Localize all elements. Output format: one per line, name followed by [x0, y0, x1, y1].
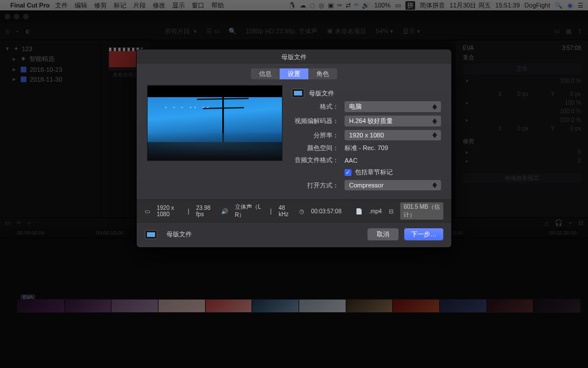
icon-b[interactable]: ✑ [337, 2, 342, 9]
menu-edit[interactable]: 编辑 [75, 1, 87, 10]
zoom-value: 54% [376, 28, 388, 34]
chat-icon[interactable]: ◌ [310, 2, 315, 9]
menubar: Final Cut Pro 文件 编辑 修剪 标记 片段 修改 显示 窗口 帮助… [0, 0, 588, 10]
menubar-time[interactable]: 15:51:39 [496, 2, 520, 9]
chevron-down-icon[interactable]: ▾ [463, 78, 471, 84]
library-root-label: 123 [22, 45, 32, 52]
battery-text[interactable]: 100% [374, 2, 390, 9]
sidebar-item-smart[interactable]: ▸ ✷ 智能精选 [5, 53, 96, 64]
list-view-button[interactable]: ☰ ▭ [206, 28, 219, 35]
format-dropdown[interactable]: 电脑 [345, 101, 441, 112]
save-preset-button[interactable]: 存储效果预置 [463, 173, 581, 183]
ime-label[interactable]: 简体拼音 [420, 1, 445, 10]
spotlight-icon[interactable]: 🔍 [555, 2, 563, 9]
scale-x[interactable]: 100 % [475, 99, 581, 106]
keyword-button[interactable]: ⌁ [16, 28, 20, 35]
window-close[interactable] [5, 14, 10, 20]
resolution-dropdown[interactable]: 1920 x 1080 [345, 130, 441, 140]
tool-range-icon[interactable]: ⟡ [27, 219, 31, 227]
icon-c[interactable]: ⇄ [346, 2, 351, 9]
tool-trim-icon[interactable]: ✂ [16, 219, 21, 227]
tab-roles[interactable]: 角色 [308, 68, 337, 79]
share-button[interactable]: ⇪ [577, 28, 582, 35]
openwith-dropdown[interactable]: Compressor [345, 180, 441, 190]
volume-icon[interactable]: 🔊 [362, 2, 370, 9]
resolution-value: 1920 x 1080 [349, 132, 384, 139]
anchor-y[interactable]: 0 px [558, 125, 581, 132]
tool-audio-icon[interactable]: 🎧 [555, 219, 563, 227]
bg-tasks-button[interactable]: ◐ [25, 28, 31, 35]
next-button[interactable]: 下一步… [404, 228, 443, 240]
anchor-x[interactable]: 0 px [505, 125, 528, 132]
timeline[interactable]: 00:00:00:00 00:00:15:00 00:02:00:00 00:0… [0, 228, 588, 368]
library-root[interactable]: ▾ ✦ 123 [5, 44, 96, 53]
menu-mark[interactable]: 标记 [114, 1, 126, 10]
blend-mode[interactable]: 正常 [463, 64, 581, 74]
inspector: EVA 3:57:08 复合 正常 ▾100.0 % X0 px Y0 px ▸… [456, 40, 588, 217]
openwith-value: Compressor [349, 182, 384, 189]
app-name[interactable]: Final Cut Pro [10, 2, 49, 9]
icon-a[interactable]: ▣ [328, 2, 334, 9]
tool-skimmer-icon[interactable]: ⎌ [545, 220, 549, 227]
tool-zoom-icon[interactable]: ⊟ [578, 219, 583, 227]
meta-dims: 1920 x 1080 [157, 205, 181, 217]
sidebar-item-event-1[interactable]: ▸ 2018-10-23 [5, 64, 96, 74]
pos-y[interactable]: 0 px [558, 91, 581, 97]
inspector-tab-icon[interactable]: ▭ [554, 28, 560, 35]
qq-icon[interactable]: 🐧 [288, 2, 296, 9]
project-chip[interactable]: ▣ 未命名项目 [327, 27, 366, 36]
codec-label: 视频编解码器： [292, 117, 345, 125]
inspector-composite-label: 复合 [463, 53, 581, 62]
codec-dropdown[interactable]: H.264 较好质量 [345, 116, 441, 126]
tab-info[interactable]: 信息 [251, 68, 280, 79]
menubar-date[interactable]: 11月30日 周五 [450, 1, 491, 10]
import-button[interactable]: ⎘ [6, 28, 10, 35]
view-menu[interactable]: 显示 ▾ [403, 27, 420, 36]
chapters-checkbox[interactable]: ✓ [345, 169, 351, 176]
menu-help[interactable]: 帮助 [211, 1, 224, 10]
search-icon[interactable]: 🔍 [229, 28, 237, 35]
updown-icon [431, 131, 439, 139]
opacity-value[interactable]: 100.0 % [475, 78, 581, 84]
menu-file[interactable]: 文件 [55, 1, 68, 10]
scale-all[interactable]: 100.0 % [475, 117, 581, 123]
tool-index-icon[interactable]: ▭ [5, 219, 10, 227]
wechat-icon[interactable]: ☁ [300, 2, 306, 9]
window-zoom[interactable] [23, 14, 29, 20]
tool-snap-icon[interactable]: ⌁ [568, 219, 572, 227]
menu-trim[interactable]: 修剪 [94, 1, 107, 10]
zoom-level[interactable]: 54% ▾ [376, 28, 393, 35]
cc-icon[interactable]: ◎ [319, 2, 324, 9]
colorspace-label: 颜色空间： [292, 144, 345, 152]
updown-icon [431, 181, 439, 189]
wifi-icon[interactable]: ⌔ [354, 2, 358, 9]
battery-icon[interactable]: ▭ [395, 2, 401, 9]
sidebar-item-event-2[interactable]: ▸ 2018-11-30 [5, 74, 96, 84]
meta-duration: 00:03:57:08 [311, 208, 342, 214]
menu-modify[interactable]: 修改 [153, 1, 165, 10]
tab-settings[interactable]: 设置 [280, 68, 308, 79]
cancel-button[interactable]: 取消 [368, 228, 399, 240]
notification-center-icon[interactable]: ☰ [578, 2, 583, 9]
menu-view[interactable]: 显示 [172, 1, 185, 10]
pos-x[interactable]: 0 px [505, 91, 528, 97]
colorspace-value: 标准 - Rec. 709 [345, 144, 388, 152]
scale-y[interactable]: 100.0 % [475, 108, 581, 114]
trim-value[interactable]: 0 [475, 149, 581, 155]
crop-value[interactable]: 0 [475, 158, 581, 164]
menu-window[interactable]: 窗口 [192, 1, 204, 10]
meta-audio: 立体声（L R） [235, 203, 264, 219]
menu-clip[interactable]: 片段 [133, 1, 146, 10]
library-sidebar: ▾ ✦ 123 ▸ ✷ 智能精选 ▸ 2018-10-23 ▸ 2018-11-… [0, 40, 101, 217]
siri-icon[interactable]: ◉ [567, 2, 573, 9]
sidebar-item-label: 智能精选 [29, 55, 55, 63]
window-minimize[interactable] [14, 14, 20, 20]
ime-badge[interactable]: 拼 [405, 1, 415, 10]
chapters-label[interactable]: 包括章节标记 [355, 168, 393, 177]
footer-kind-label: 母版文件 [167, 230, 192, 239]
view-label: 显示 [403, 28, 415, 34]
color-tab-icon[interactable]: ▦ [566, 28, 571, 35]
menubar-user[interactable]: DogFight [524, 2, 550, 9]
filmstrip[interactable] [17, 299, 581, 313]
clips-filter[interactable]: 所有片段 ▾ [165, 27, 197, 36]
